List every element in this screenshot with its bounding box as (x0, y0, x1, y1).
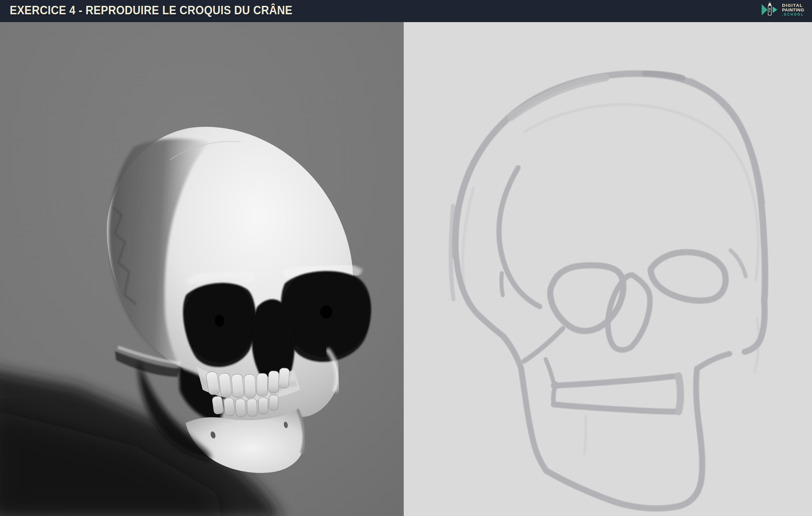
skull-sketch-drawing (404, 22, 812, 516)
pencil-play-logo-icon (760, 1, 779, 18)
digital-painting-school-logo: DIGITAL PAINTING .SCHOOL (760, 1, 804, 18)
right-triangle-icon (773, 6, 777, 13)
title-bar: EXERCICE 4 - REPRODUIRE LE CROQUIS DU CR… (0, 0, 812, 22)
logo-text-school: .SCHOOL (782, 13, 804, 17)
skull-sketch-canvas[interactable] (404, 22, 812, 516)
logo-text-painting: PAINTING (782, 8, 804, 12)
pencil-icon (768, 2, 772, 15)
exercise-title: EXERCICE 4 - REPRODUIRE LE CROQUIS DU CR… (10, 4, 292, 17)
skull-3d-reference-panel (0, 22, 404, 516)
exercise-workspace (0, 22, 812, 516)
left-triangle-icon (762, 4, 767, 15)
logo-text-digital: DIGITAL (782, 3, 804, 8)
skull-3d-reference-image (0, 22, 404, 516)
